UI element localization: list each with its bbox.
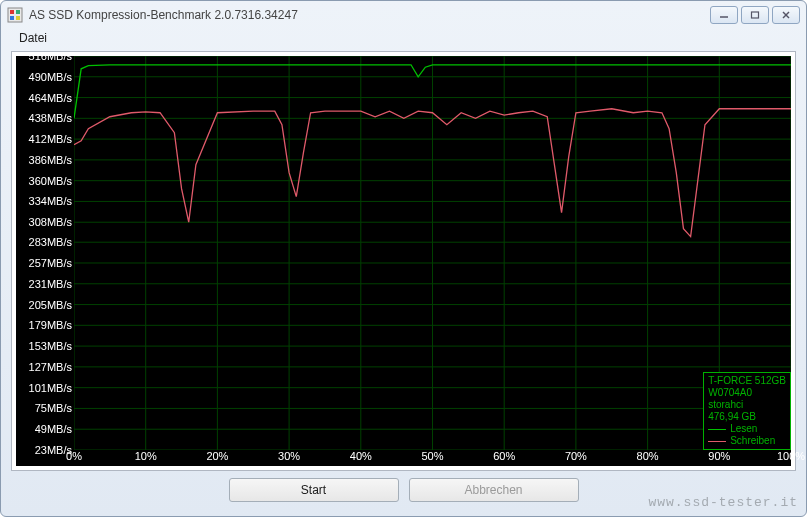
legend-write: Schreiben [708, 435, 786, 447]
legend-box: T-FORCE 512GBW0704A0storahci476,94 GBLes… [703, 372, 791, 450]
y-tick-label: 283MB/s [29, 236, 72, 248]
svg-rect-2 [16, 10, 20, 14]
y-tick-label: 490MB/s [29, 71, 72, 83]
window-controls [710, 6, 800, 24]
y-tick-label: 308MB/s [29, 216, 72, 228]
watermark: www.ssd-tester.it [648, 495, 798, 510]
x-tick-label: 30% [278, 450, 300, 462]
menu-bar: Datei [1, 29, 806, 51]
x-tick-label: 10% [135, 450, 157, 462]
y-tick-label: 205MB/s [29, 299, 72, 311]
legend-firmware: W0704A0 [708, 387, 786, 399]
y-tick-label: 360MB/s [29, 175, 72, 187]
legend-device: T-FORCE 512GB [708, 375, 786, 387]
y-tick-label: 101MB/s [29, 382, 72, 394]
y-tick-label: 179MB/s [29, 319, 72, 331]
x-tick-label: 20% [206, 450, 228, 462]
close-button[interactable] [772, 6, 800, 24]
menu-datei[interactable]: Datei [15, 29, 51, 47]
y-tick-label: 75MB/s [35, 402, 72, 414]
y-tick-label: 386MB/s [29, 154, 72, 166]
svg-rect-3 [10, 16, 14, 20]
svg-rect-1 [10, 10, 14, 14]
legend-read: Lesen [708, 423, 786, 435]
start-button[interactable]: Start [229, 478, 399, 502]
maximize-button[interactable] [741, 6, 769, 24]
svg-rect-4 [16, 16, 20, 20]
x-tick-label: 40% [350, 450, 372, 462]
y-tick-label: 412MB/s [29, 133, 72, 145]
y-tick-label: 153MB/s [29, 340, 72, 352]
y-tick-label: 49MB/s [35, 423, 72, 435]
y-tick-label: 257MB/s [29, 257, 72, 269]
client-area: 516MB/s490MB/s464MB/s438MB/s412MB/s386MB… [11, 51, 796, 471]
svg-rect-6 [752, 12, 759, 18]
x-tick-label: 0% [66, 450, 82, 462]
plot-area: T-FORCE 512GBW0704A0storahci476,94 GBLes… [74, 56, 791, 450]
y-tick-label: 334MB/s [29, 195, 72, 207]
x-tick-label: 60% [493, 450, 515, 462]
x-axis: 0%10%20%30%40%50%60%70%80%90%100% [74, 450, 791, 466]
cancel-button[interactable]: Abbrechen [409, 478, 579, 502]
minimize-button[interactable] [710, 6, 738, 24]
y-axis: 516MB/s490MB/s464MB/s438MB/s412MB/s386MB… [16, 56, 74, 450]
x-tick-label: 100% [777, 450, 805, 462]
window-title: AS SSD Kompression-Benchmark 2.0.7316.34… [29, 8, 710, 22]
legend-capacity: 476,94 GB [708, 411, 786, 423]
y-tick-label: 127MB/s [29, 361, 72, 373]
chart: 516MB/s490MB/s464MB/s438MB/s412MB/s386MB… [16, 56, 791, 466]
y-tick-label: 516MB/s [29, 50, 72, 62]
app-icon [7, 7, 23, 23]
app-window: AS SSD Kompression-Benchmark 2.0.7316.34… [0, 0, 807, 517]
y-tick-label: 438MB/s [29, 112, 72, 124]
x-tick-label: 50% [421, 450, 443, 462]
legend-driver: storahci [708, 399, 786, 411]
x-tick-label: 90% [708, 450, 730, 462]
y-tick-label: 231MB/s [29, 278, 72, 290]
title-bar: AS SSD Kompression-Benchmark 2.0.7316.34… [1, 1, 806, 29]
x-tick-label: 70% [565, 450, 587, 462]
y-tick-label: 464MB/s [29, 92, 72, 104]
x-tick-label: 80% [637, 450, 659, 462]
